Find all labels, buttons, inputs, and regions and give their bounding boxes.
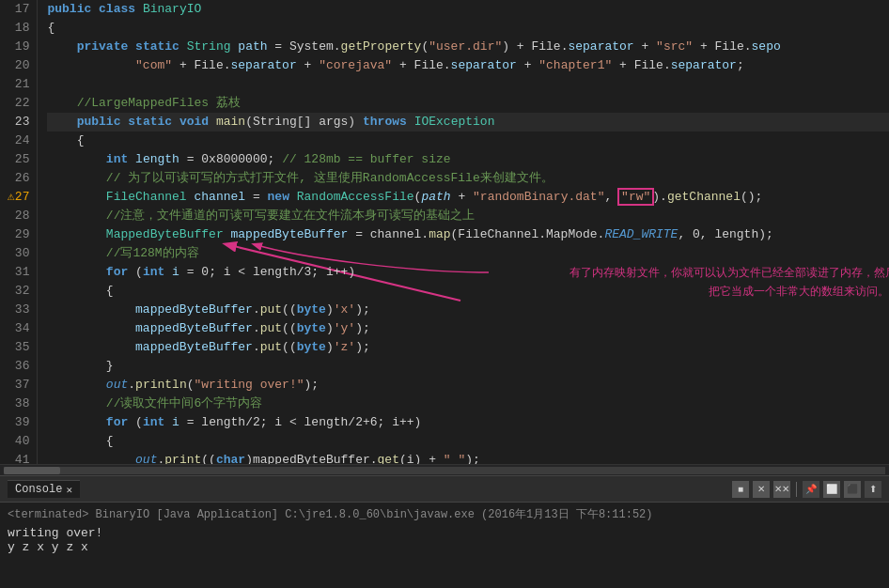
scrollbar-track[interactable] xyxy=(4,467,885,474)
line-num-39: 39 xyxy=(8,413,29,432)
layout-button-2[interactable]: ⬛ xyxy=(844,481,861,498)
line-num-28: 28 xyxy=(8,207,29,225)
code-line-35: mappedByteBuffer.put((byte)'z'); xyxy=(47,338,889,357)
code-line-38: //读取文件中间6个字节内容 xyxy=(47,395,889,413)
line-num-18: 18 xyxy=(8,19,29,38)
code-line-30: //写128M的内容 xyxy=(47,244,889,263)
line-num-38: 38 xyxy=(8,395,29,413)
code-line-17: public class BinaryIO xyxy=(47,0,889,19)
line-num-23: 23 xyxy=(8,113,29,132)
line-num-41: 41 xyxy=(8,451,29,464)
line-num-35: 35 xyxy=(8,338,29,357)
line-num-29: 29 xyxy=(8,225,29,244)
code-area: 17 18 19 20 21 22 23 24 25 26 ⚠27 28 29 … xyxy=(0,0,889,464)
code-line-18: { xyxy=(47,19,889,38)
code-content[interactable]: public class BinaryIO { private static S… xyxy=(38,0,889,464)
line-num-33: 33 xyxy=(8,301,29,319)
line-num-37: 37 xyxy=(8,376,29,395)
line-num-30: 30 xyxy=(8,244,29,263)
line-num-21: 21 xyxy=(8,75,29,94)
console-tab[interactable]: Console ✕ xyxy=(8,480,80,498)
line-num-36: 36 xyxy=(8,357,29,376)
console-icons: ■ ✕ ✕✕ 📌 ⬜ ⬛ ⬆ xyxy=(732,481,881,498)
line-num-17: 17 xyxy=(8,0,29,19)
code-line-29: MappedByteBuffer mappedByteBuffer = chan… xyxy=(47,225,889,244)
console-output-line1: writing over! xyxy=(8,526,881,540)
code-line-41: out.print((char)mappedByteBuffer.get(i) … xyxy=(47,451,889,464)
line-num-26: 26 xyxy=(8,169,29,188)
code-editor: 17 18 19 20 21 22 23 24 25 26 ⚠27 28 29 … xyxy=(0,0,889,475)
console-output-line2: y z x y z x xyxy=(8,540,881,554)
code-line-32: { 把它当成一个非常大的数组来访问。 xyxy=(47,282,889,301)
toolbar-separator xyxy=(796,482,797,497)
line-num-27: ⚠27 xyxy=(8,188,29,207)
code-line-33: mappedByteBuffer.put((byte)'x'); xyxy=(47,301,889,319)
console-header: <terminated> BinaryIO [Java Application]… xyxy=(8,506,881,522)
stop-button[interactable]: ■ xyxy=(732,481,749,498)
code-line-26: // 为了以可读可写的方式打开文件, 这里使用RandomAccessFile来… xyxy=(47,169,889,188)
code-line-31: for (int i = 0; i < length/3; i++) 有了内存映… xyxy=(47,263,889,282)
remove-button[interactable]: ✕ xyxy=(753,481,770,498)
code-line-36: } xyxy=(47,357,889,376)
console-toolbar: Console ✕ ■ ✕ ✕✕ 📌 ⬜ ⬛ ⬆ xyxy=(0,476,889,503)
line-num-24: 24 xyxy=(8,132,29,150)
line-num-25: 25 xyxy=(8,150,29,169)
code-line-28: //注意，文件通道的可读可写要建立在文件流本身可读写的基础之上 xyxy=(47,207,889,225)
console-tab-label: Console xyxy=(15,483,62,496)
line-num-22: 22 xyxy=(8,94,29,113)
code-line-24: { xyxy=(47,132,889,150)
line-num-32: 32 xyxy=(8,282,29,301)
line-num-20: 20 xyxy=(8,56,29,75)
scrollbar-thumb[interactable] xyxy=(4,467,60,474)
code-line-21 xyxy=(47,75,889,94)
code-line-20: "com" + File.separator + "corejava" + Fi… xyxy=(47,56,889,75)
line-numbers: 17 18 19 20 21 22 23 24 25 26 ⚠27 28 29 … xyxy=(0,0,38,464)
code-line-27: FileChannel channel = new RandomAccessFi… xyxy=(47,188,889,207)
console-area: Console ✕ ■ ✕ ✕✕ 📌 ⬜ ⬛ ⬆ <terminated> Bi… xyxy=(0,475,889,588)
code-line-34: mappedByteBuffer.put((byte)'y'); xyxy=(47,319,889,338)
line-num-34: 34 xyxy=(8,319,29,338)
maximize-button[interactable]: ⬆ xyxy=(865,481,881,498)
pin-button[interactable]: 📌 xyxy=(803,481,819,498)
code-line-40: { xyxy=(47,432,889,451)
remove-all-button[interactable]: ✕✕ xyxy=(773,481,790,498)
line-num-31: 31 xyxy=(8,263,29,282)
code-line-19: private static String path = System.getP… xyxy=(47,38,889,56)
code-line-37: out.println("writing over!"); xyxy=(47,376,889,395)
line-num-40: 40 xyxy=(8,432,29,451)
horizontal-scrollbar[interactable] xyxy=(0,464,889,475)
console-close-icon[interactable]: ✕ xyxy=(66,484,72,496)
code-line-25: int length = 0x8000000; // 128mb == buff… xyxy=(47,150,889,169)
code-line-23: public static void main(String[] args) t… xyxy=(47,113,889,132)
console-content: <terminated> BinaryIO [Java Application]… xyxy=(0,503,889,588)
code-line-22: //LargeMappedFiles 荔枝 xyxy=(47,94,889,113)
line-num-19: 19 xyxy=(8,38,29,56)
layout-button-1[interactable]: ⬜ xyxy=(823,481,840,498)
code-line-39: for (int i = length/2; i < length/2+6; i… xyxy=(47,413,889,432)
